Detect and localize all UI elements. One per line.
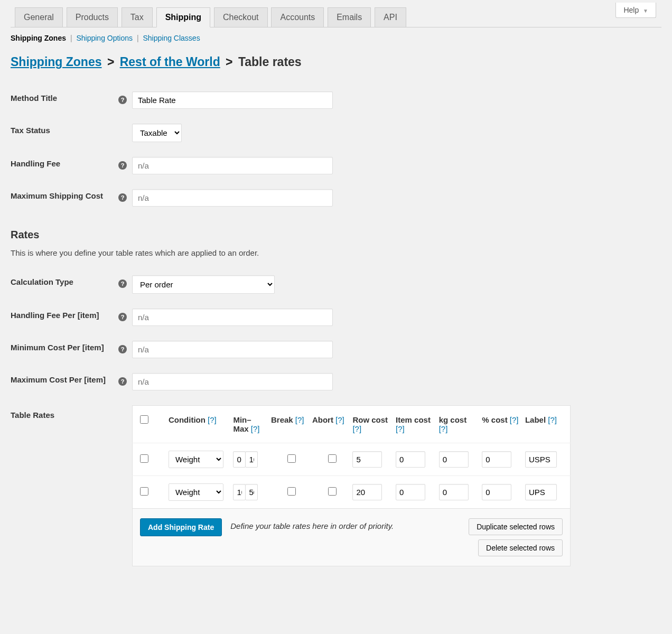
row-cost-input[interactable] <box>352 484 382 500</box>
subtab-nav: Shipping Zones | Shipping Options | Ship… <box>11 34 661 42</box>
rates-heading: Rates <box>11 229 661 241</box>
help-link[interactable]: [?] <box>439 424 448 433</box>
table-rates-label: Table Rates <box>11 398 132 574</box>
tab-shipping[interactable]: Shipping <box>156 7 210 27</box>
subtab-shipping-options[interactable]: Shipping Options <box>76 34 133 42</box>
help-link[interactable]: [?] <box>251 424 260 433</box>
delete-rows-button[interactable]: Delete selected rows <box>478 539 563 556</box>
pct-cost-input[interactable] <box>482 484 511 500</box>
tab-emails[interactable]: Emails <box>328 7 371 27</box>
max-cost-per-item-input[interactable] <box>132 373 333 390</box>
break-checkbox[interactable] <box>287 454 296 463</box>
kg-cost-input[interactable] <box>439 451 469 468</box>
help-icon[interactable]: ? <box>118 96 127 104</box>
condition-select[interactable]: Weight <box>169 483 223 501</box>
rates-description: This is where you define your table rate… <box>11 248 661 257</box>
table-row: Weight <box>133 443 571 476</box>
help-icon[interactable]: ? <box>118 161 127 170</box>
min-input[interactable] <box>233 484 246 500</box>
help-link[interactable]: [?] <box>352 424 361 433</box>
chevron-down-icon: ▼ <box>643 8 648 14</box>
tab-general[interactable]: General <box>15 7 63 27</box>
help-link[interactable]: [?] <box>396 424 405 433</box>
max-input[interactable] <box>245 484 258 500</box>
min-cost-per-item-input[interactable] <box>132 341 333 358</box>
help-icon[interactable]: ? <box>118 193 127 202</box>
col-row-cost: Row cost <box>352 415 388 424</box>
handling-per-item-label: Handling Fee Per [item] <box>11 301 132 333</box>
max-shipping-cost-input[interactable] <box>132 189 333 207</box>
method-title-label: Method Title <box>11 84 132 116</box>
help-icon[interactable]: ? <box>118 377 127 386</box>
help-icon[interactable]: ? <box>118 279 127 288</box>
subtab-shipping-classes[interactable]: Shipping Classes <box>143 34 200 42</box>
condition-select[interactable]: Weight <box>169 451 223 468</box>
subtab-current: Shipping Zones <box>11 34 66 42</box>
item-cost-input[interactable] <box>396 484 425 500</box>
item-cost-input[interactable] <box>396 451 425 468</box>
break-checkbox[interactable] <box>287 487 296 496</box>
handling-fee-label: Handling Fee <box>11 150 132 182</box>
row-select-checkbox[interactable] <box>140 454 148 463</box>
row-select-checkbox[interactable] <box>140 487 148 496</box>
help-dropdown[interactable]: Help ▼ <box>615 3 656 18</box>
help-icon[interactable]: ? <box>118 313 127 321</box>
label-input[interactable] <box>525 451 557 468</box>
tax-status-label: Tax Status <box>11 116 132 150</box>
duplicate-rows-button[interactable]: Duplicate selected rows <box>469 518 563 535</box>
add-shipping-rate-button[interactable]: Add Shipping Rate <box>140 518 222 536</box>
help-link[interactable]: [?] <box>295 415 304 424</box>
max-input[interactable] <box>245 451 258 468</box>
help-link[interactable]: [?] <box>510 415 519 424</box>
handling-fee-input[interactable] <box>132 157 333 174</box>
tab-accounts[interactable]: Accounts <box>271 7 324 27</box>
max-cost-per-item-label: Maximum Cost Per [item] <box>11 366 132 398</box>
kg-cost-input[interactable] <box>439 484 469 500</box>
tab-api[interactable]: API <box>375 7 406 27</box>
help-label: Help <box>623 6 639 14</box>
col-abort: Abort <box>312 415 333 424</box>
calc-type-select[interactable]: Per order <box>132 275 275 294</box>
col-minmax: Min–Max <box>233 415 251 433</box>
row-cost-input[interactable] <box>352 451 382 468</box>
tab-checkout[interactable]: Checkout <box>214 7 268 27</box>
help-link[interactable]: [?] <box>335 415 344 424</box>
help-link[interactable]: [?] <box>548 415 557 424</box>
method-title-input[interactable] <box>132 91 333 109</box>
col-condition: Condition <box>169 415 206 424</box>
tab-tax[interactable]: Tax <box>122 7 153 27</box>
footer-hint: Define your table rates here in order of… <box>230 518 460 530</box>
pct-cost-input[interactable] <box>482 451 511 468</box>
settings-tabs: General Products Tax Shipping Checkout A… <box>11 0 661 27</box>
help-icon[interactable]: ? <box>118 345 127 353</box>
breadcrumb: Shipping Zones > Rest of the World > Tab… <box>11 55 661 69</box>
breadcrumb-zone-link[interactable]: Rest of the World <box>120 55 220 69</box>
max-shipping-cost-label: Maximum Shipping Cost <box>11 182 132 214</box>
tax-status-select[interactable]: Taxable <box>132 124 182 142</box>
col-label: Label <box>525 415 546 424</box>
abort-checkbox[interactable] <box>328 487 337 496</box>
table-row: Weight <box>133 476 571 509</box>
help-link[interactable]: [?] <box>208 415 217 424</box>
min-input[interactable] <box>233 451 246 468</box>
col-pct-cost: % cost <box>482 415 507 424</box>
col-item-cost: Item cost <box>396 415 431 424</box>
col-break: Break <box>271 415 293 424</box>
label-input[interactable] <box>525 484 557 500</box>
rates-table: Condition [?] Min–Max [?] Break [?] Abor… <box>132 405 571 566</box>
breadcrumb-zones-link[interactable]: Shipping Zones <box>11 55 102 69</box>
abort-checkbox[interactable] <box>328 454 337 463</box>
select-all-checkbox[interactable] <box>140 415 148 424</box>
tab-products[interactable]: Products <box>67 7 118 27</box>
breadcrumb-current: Table rates <box>238 55 302 69</box>
col-kg-cost: kg cost <box>439 415 467 424</box>
min-cost-per-item-label: Minimum Cost Per [item] <box>11 333 132 366</box>
calc-type-label: Calculation Type <box>11 268 132 301</box>
handling-per-item-input[interactable] <box>132 309 333 326</box>
